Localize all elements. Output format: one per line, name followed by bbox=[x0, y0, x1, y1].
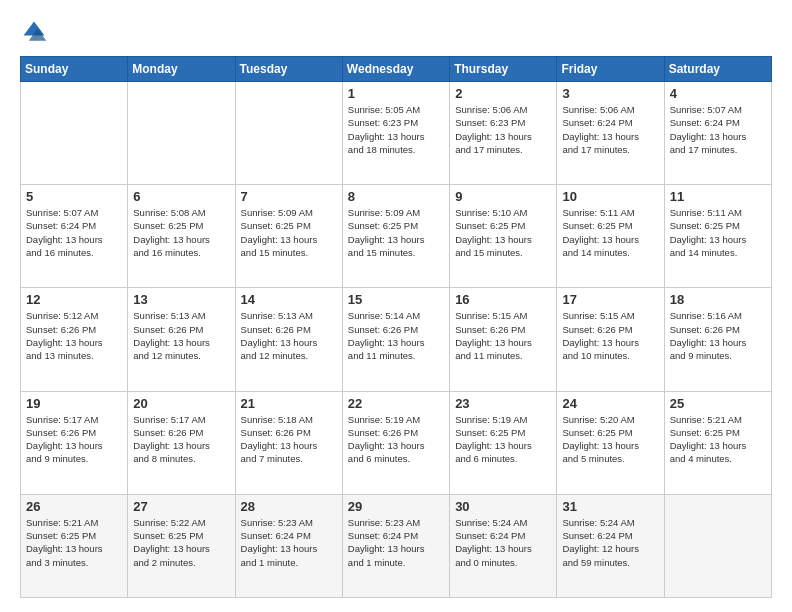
calendar-cell: 20Sunrise: 5:17 AM Sunset: 6:26 PM Dayli… bbox=[128, 391, 235, 494]
day-info: Sunrise: 5:23 AM Sunset: 6:24 PM Dayligh… bbox=[241, 516, 337, 569]
day-number: 16 bbox=[455, 292, 551, 307]
day-number: 5 bbox=[26, 189, 122, 204]
day-info: Sunrise: 5:19 AM Sunset: 6:26 PM Dayligh… bbox=[348, 413, 444, 466]
weekday-header: Sunday bbox=[21, 57, 128, 82]
day-number: 13 bbox=[133, 292, 229, 307]
calendar-cell bbox=[21, 82, 128, 185]
calendar-cell: 14Sunrise: 5:13 AM Sunset: 6:26 PM Dayli… bbox=[235, 288, 342, 391]
weekday-header: Monday bbox=[128, 57, 235, 82]
calendar-cell: 29Sunrise: 5:23 AM Sunset: 6:24 PM Dayli… bbox=[342, 494, 449, 597]
day-number: 3 bbox=[562, 86, 658, 101]
day-number: 14 bbox=[241, 292, 337, 307]
day-info: Sunrise: 5:21 AM Sunset: 6:25 PM Dayligh… bbox=[26, 516, 122, 569]
day-number: 22 bbox=[348, 396, 444, 411]
calendar-cell: 31Sunrise: 5:24 AM Sunset: 6:24 PM Dayli… bbox=[557, 494, 664, 597]
day-number: 4 bbox=[670, 86, 766, 101]
calendar-week-row: 1Sunrise: 5:05 AM Sunset: 6:23 PM Daylig… bbox=[21, 82, 772, 185]
day-info: Sunrise: 5:11 AM Sunset: 6:25 PM Dayligh… bbox=[562, 206, 658, 259]
calendar-cell: 30Sunrise: 5:24 AM Sunset: 6:24 PM Dayli… bbox=[450, 494, 557, 597]
day-number: 6 bbox=[133, 189, 229, 204]
day-info: Sunrise: 5:17 AM Sunset: 6:26 PM Dayligh… bbox=[26, 413, 122, 466]
day-number: 21 bbox=[241, 396, 337, 411]
day-info: Sunrise: 5:15 AM Sunset: 6:26 PM Dayligh… bbox=[562, 309, 658, 362]
day-number: 27 bbox=[133, 499, 229, 514]
calendar-cell: 3Sunrise: 5:06 AM Sunset: 6:24 PM Daylig… bbox=[557, 82, 664, 185]
calendar-cell: 2Sunrise: 5:06 AM Sunset: 6:23 PM Daylig… bbox=[450, 82, 557, 185]
day-info: Sunrise: 5:24 AM Sunset: 6:24 PM Dayligh… bbox=[455, 516, 551, 569]
day-number: 15 bbox=[348, 292, 444, 307]
calendar-cell: 24Sunrise: 5:20 AM Sunset: 6:25 PM Dayli… bbox=[557, 391, 664, 494]
day-number: 30 bbox=[455, 499, 551, 514]
day-info: Sunrise: 5:07 AM Sunset: 6:24 PM Dayligh… bbox=[670, 103, 766, 156]
calendar-cell: 17Sunrise: 5:15 AM Sunset: 6:26 PM Dayli… bbox=[557, 288, 664, 391]
calendar-cell: 26Sunrise: 5:21 AM Sunset: 6:25 PM Dayli… bbox=[21, 494, 128, 597]
calendar-cell bbox=[664, 494, 771, 597]
day-info: Sunrise: 5:18 AM Sunset: 6:26 PM Dayligh… bbox=[241, 413, 337, 466]
day-number: 7 bbox=[241, 189, 337, 204]
day-info: Sunrise: 5:14 AM Sunset: 6:26 PM Dayligh… bbox=[348, 309, 444, 362]
day-info: Sunrise: 5:24 AM Sunset: 6:24 PM Dayligh… bbox=[562, 516, 658, 569]
calendar-week-row: 5Sunrise: 5:07 AM Sunset: 6:24 PM Daylig… bbox=[21, 185, 772, 288]
calendar-cell: 22Sunrise: 5:19 AM Sunset: 6:26 PM Dayli… bbox=[342, 391, 449, 494]
day-info: Sunrise: 5:17 AM Sunset: 6:26 PM Dayligh… bbox=[133, 413, 229, 466]
day-number: 17 bbox=[562, 292, 658, 307]
day-number: 29 bbox=[348, 499, 444, 514]
calendar-cell: 5Sunrise: 5:07 AM Sunset: 6:24 PM Daylig… bbox=[21, 185, 128, 288]
calendar-cell: 12Sunrise: 5:12 AM Sunset: 6:26 PM Dayli… bbox=[21, 288, 128, 391]
calendar-body: 1Sunrise: 5:05 AM Sunset: 6:23 PM Daylig… bbox=[21, 82, 772, 598]
day-number: 12 bbox=[26, 292, 122, 307]
calendar-table: SundayMondayTuesdayWednesdayThursdayFrid… bbox=[20, 56, 772, 598]
calendar-cell: 16Sunrise: 5:15 AM Sunset: 6:26 PM Dayli… bbox=[450, 288, 557, 391]
weekday-header: Wednesday bbox=[342, 57, 449, 82]
calendar-cell: 27Sunrise: 5:22 AM Sunset: 6:25 PM Dayli… bbox=[128, 494, 235, 597]
day-number: 9 bbox=[455, 189, 551, 204]
day-info: Sunrise: 5:20 AM Sunset: 6:25 PM Dayligh… bbox=[562, 413, 658, 466]
calendar-cell: 19Sunrise: 5:17 AM Sunset: 6:26 PM Dayli… bbox=[21, 391, 128, 494]
calendar-cell: 4Sunrise: 5:07 AM Sunset: 6:24 PM Daylig… bbox=[664, 82, 771, 185]
day-number: 25 bbox=[670, 396, 766, 411]
calendar-cell: 23Sunrise: 5:19 AM Sunset: 6:25 PM Dayli… bbox=[450, 391, 557, 494]
day-info: Sunrise: 5:10 AM Sunset: 6:25 PM Dayligh… bbox=[455, 206, 551, 259]
page: SundayMondayTuesdayWednesdayThursdayFrid… bbox=[0, 0, 792, 612]
calendar-week-row: 26Sunrise: 5:21 AM Sunset: 6:25 PM Dayli… bbox=[21, 494, 772, 597]
calendar-cell: 18Sunrise: 5:16 AM Sunset: 6:26 PM Dayli… bbox=[664, 288, 771, 391]
day-number: 24 bbox=[562, 396, 658, 411]
calendar-cell: 8Sunrise: 5:09 AM Sunset: 6:25 PM Daylig… bbox=[342, 185, 449, 288]
day-number: 10 bbox=[562, 189, 658, 204]
day-info: Sunrise: 5:16 AM Sunset: 6:26 PM Dayligh… bbox=[670, 309, 766, 362]
day-info: Sunrise: 5:13 AM Sunset: 6:26 PM Dayligh… bbox=[241, 309, 337, 362]
day-number: 11 bbox=[670, 189, 766, 204]
calendar-week-row: 12Sunrise: 5:12 AM Sunset: 6:26 PM Dayli… bbox=[21, 288, 772, 391]
day-info: Sunrise: 5:11 AM Sunset: 6:25 PM Dayligh… bbox=[670, 206, 766, 259]
calendar-cell: 13Sunrise: 5:13 AM Sunset: 6:26 PM Dayli… bbox=[128, 288, 235, 391]
calendar-cell bbox=[235, 82, 342, 185]
day-info: Sunrise: 5:09 AM Sunset: 6:25 PM Dayligh… bbox=[241, 206, 337, 259]
logo bbox=[20, 18, 52, 46]
weekday-header: Friday bbox=[557, 57, 664, 82]
day-info: Sunrise: 5:15 AM Sunset: 6:26 PM Dayligh… bbox=[455, 309, 551, 362]
day-info: Sunrise: 5:21 AM Sunset: 6:25 PM Dayligh… bbox=[670, 413, 766, 466]
logo-icon bbox=[20, 18, 48, 46]
day-info: Sunrise: 5:19 AM Sunset: 6:25 PM Dayligh… bbox=[455, 413, 551, 466]
calendar-cell: 9Sunrise: 5:10 AM Sunset: 6:25 PM Daylig… bbox=[450, 185, 557, 288]
calendar-week-row: 19Sunrise: 5:17 AM Sunset: 6:26 PM Dayli… bbox=[21, 391, 772, 494]
calendar-header: SundayMondayTuesdayWednesdayThursdayFrid… bbox=[21, 57, 772, 82]
day-number: 18 bbox=[670, 292, 766, 307]
header bbox=[20, 18, 772, 46]
day-info: Sunrise: 5:05 AM Sunset: 6:23 PM Dayligh… bbox=[348, 103, 444, 156]
calendar-cell bbox=[128, 82, 235, 185]
day-info: Sunrise: 5:07 AM Sunset: 6:24 PM Dayligh… bbox=[26, 206, 122, 259]
calendar-cell: 15Sunrise: 5:14 AM Sunset: 6:26 PM Dayli… bbox=[342, 288, 449, 391]
calendar-cell: 1Sunrise: 5:05 AM Sunset: 6:23 PM Daylig… bbox=[342, 82, 449, 185]
weekday-header: Tuesday bbox=[235, 57, 342, 82]
calendar-cell: 10Sunrise: 5:11 AM Sunset: 6:25 PM Dayli… bbox=[557, 185, 664, 288]
calendar-cell: 28Sunrise: 5:23 AM Sunset: 6:24 PM Dayli… bbox=[235, 494, 342, 597]
weekday-header: Thursday bbox=[450, 57, 557, 82]
calendar-cell: 6Sunrise: 5:08 AM Sunset: 6:25 PM Daylig… bbox=[128, 185, 235, 288]
calendar-cell: 11Sunrise: 5:11 AM Sunset: 6:25 PM Dayli… bbox=[664, 185, 771, 288]
day-number: 23 bbox=[455, 396, 551, 411]
weekday-header: Saturday bbox=[664, 57, 771, 82]
calendar-cell: 7Sunrise: 5:09 AM Sunset: 6:25 PM Daylig… bbox=[235, 185, 342, 288]
day-number: 1 bbox=[348, 86, 444, 101]
day-number: 2 bbox=[455, 86, 551, 101]
